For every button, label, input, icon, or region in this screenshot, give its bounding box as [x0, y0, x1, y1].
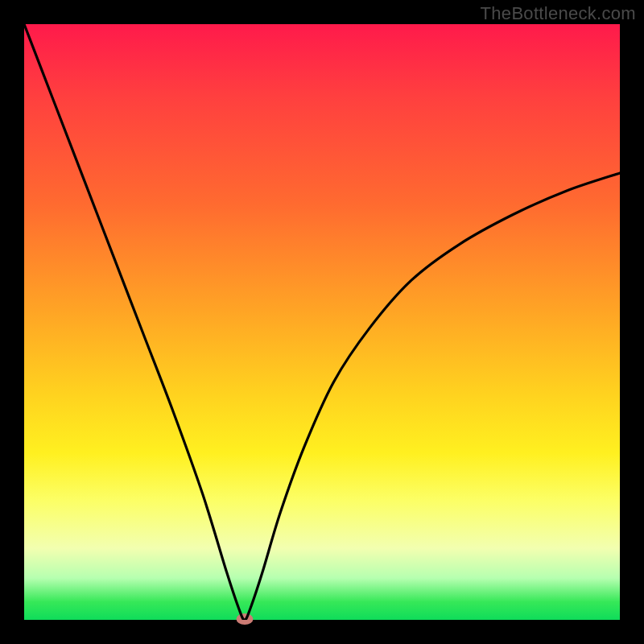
watermark-text: TheBottleneck.com: [481, 3, 636, 24]
plot-area: [24, 24, 620, 620]
bottleneck-curve: [24, 24, 620, 620]
chart-frame: TheBottleneck.com: [0, 0, 644, 644]
